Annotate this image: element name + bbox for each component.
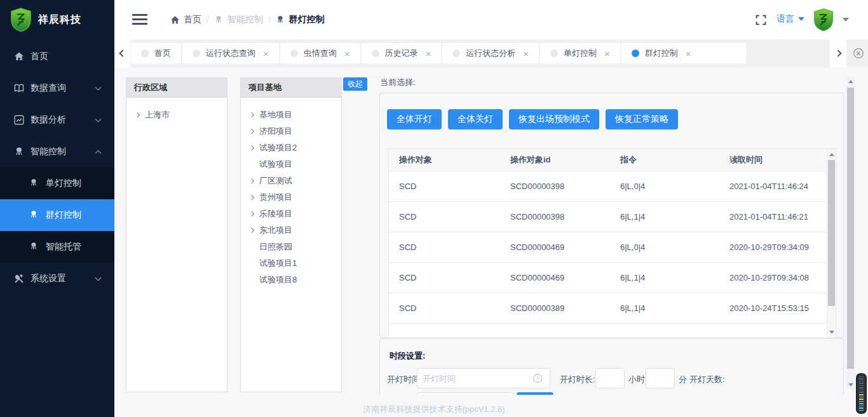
tree-item[interactable]: 试验项目1 bbox=[241, 255, 341, 272]
tabs-scroll-left-button[interactable] bbox=[114, 39, 130, 67]
scroll-down-arrow-icon[interactable] bbox=[846, 380, 855, 390]
restore-normal-strategy-button[interactable]: 恢复正常策略 bbox=[606, 109, 678, 129]
tree-item[interactable]: 东北项目 bbox=[241, 222, 341, 239]
tree-item[interactable]: 厂区测试 bbox=[241, 173, 341, 189]
column-header: 指令 bbox=[610, 154, 719, 166]
table-row: SCD SCD00000389 6|L,1|4 2020-10-24T15:53… bbox=[389, 293, 836, 324]
tab-home[interactable]: 首页 bbox=[131, 43, 181, 63]
duration-hours-input[interactable] bbox=[595, 368, 625, 388]
tree-item-label: 试验项目1 bbox=[259, 258, 297, 269]
tab-close-icon[interactable]: × bbox=[263, 49, 269, 58]
minimap-stripes-yellow bbox=[859, 394, 864, 403]
tree-item[interactable]: 试验项目2 bbox=[241, 140, 341, 156]
sidebar-item-group-light-control[interactable]: 群灯控制 bbox=[0, 199, 114, 231]
tabs-scroll-right-button[interactable] bbox=[830, 39, 846, 67]
sidebar-item-home[interactable]: 首页 bbox=[0, 41, 114, 72]
table-cell: 6|L,0|4 bbox=[610, 242, 719, 252]
table-cell: SCD00000469 bbox=[500, 242, 610, 252]
tab-close-icon[interactable]: × bbox=[604, 49, 610, 58]
chevron-right-icon bbox=[249, 145, 254, 150]
command-log-table: 操作对象 操作对象id 指令 读取时间 SCD SCD00000398 6|L,… bbox=[388, 149, 836, 338]
region-panel-title: 行政区域 bbox=[126, 78, 227, 98]
hamburger-menu-icon[interactable] bbox=[132, 14, 147, 25]
scrollbar-thumb[interactable] bbox=[847, 88, 854, 369]
fullscreen-icon[interactable] bbox=[756, 15, 766, 25]
tab-dot-icon bbox=[290, 50, 298, 57]
browser-scrollbar-minimap[interactable] bbox=[856, 373, 867, 414]
sidebar-item-data-query[interactable]: 数据查询 bbox=[0, 72, 114, 104]
tab-label: 历史记录 bbox=[385, 48, 418, 59]
clock-icon[interactable] bbox=[532, 373, 543, 383]
tab-close-icon[interactable]: × bbox=[426, 49, 431, 58]
duration-minutes-input[interactable] bbox=[646, 368, 675, 388]
scroll-up-arrow-icon[interactable] bbox=[846, 76, 855, 86]
table-scrollbar[interactable] bbox=[827, 149, 836, 337]
all-lights-on-button[interactable]: 全体开灯 bbox=[387, 109, 442, 129]
tab-group-light-control[interactable]: 群灯控制 × bbox=[621, 43, 746, 63]
tree-item[interactable]: 试验项目8 bbox=[241, 272, 341, 288]
scroll-down-arrow-icon[interactable] bbox=[827, 327, 836, 337]
chevron-right-icon bbox=[249, 129, 254, 134]
tab-strip: 首页 运行状态查询 × 虫情查询 × 历史记录 × 运行状态分析 × bbox=[114, 39, 868, 67]
close-all-tabs-icon[interactable] bbox=[853, 48, 864, 59]
tab-run-status-query[interactable]: 运行状态查询 × bbox=[182, 43, 279, 63]
tree-item[interactable]: 试验项目 bbox=[241, 156, 341, 173]
tab-insect-query[interactable]: 虫情查询 × bbox=[280, 43, 360, 63]
on-time-input[interactable] bbox=[417, 368, 550, 388]
table-cell: SCD00000398 bbox=[500, 212, 610, 222]
tab-close-icon[interactable]: × bbox=[344, 49, 350, 58]
tree-item[interactable]: 日照茶园 bbox=[241, 239, 341, 255]
tab-dot-icon bbox=[632, 50, 639, 57]
column-header: 读取时间 bbox=[719, 154, 836, 166]
hours-unit-label: 小时 bbox=[628, 374, 645, 385]
table-row: SCD SCD00000469 6|L,0|4 2020-10-29T09:34… bbox=[389, 232, 836, 263]
all-lights-off-button[interactable]: 全体关灯 bbox=[448, 109, 503, 129]
breadcrumb-home[interactable]: 首页 bbox=[170, 14, 201, 25]
language-selector[interactable]: 语言 bbox=[776, 13, 804, 25]
main-scrollbar[interactable] bbox=[846, 76, 855, 390]
tree-item[interactable]: 贵州项目 bbox=[241, 189, 341, 206]
brand: 祥辰科技 bbox=[0, 0, 114, 39]
tab-single-light-control[interactable]: 单灯控制 × bbox=[540, 43, 620, 63]
sidebar-item-single-light-control[interactable]: 单灯控制 bbox=[0, 168, 114, 199]
tree-item[interactable]: 济阳项目 bbox=[241, 123, 341, 140]
collapse-panels-button[interactable]: 收起 bbox=[343, 77, 367, 91]
sidebar-item-smart-hosting[interactable]: 智能托管 bbox=[0, 231, 114, 263]
project-panel-title: 项目基地 bbox=[241, 78, 341, 98]
user-avatar[interactable] bbox=[812, 8, 835, 31]
table-header-row: 操作对象 操作对象id 指令 读取时间 bbox=[389, 149, 836, 171]
tree-item-shanghai[interactable]: 上海市 bbox=[126, 107, 227, 123]
chevron-right-icon bbox=[135, 112, 140, 117]
sidebar-item-system-settings[interactable]: 系统设置 bbox=[0, 263, 114, 295]
tree-item[interactable]: 基地项目 bbox=[241, 107, 341, 123]
scrollbar-thumb[interactable] bbox=[828, 160, 835, 306]
scroll-up-arrow-icon[interactable] bbox=[827, 149, 836, 159]
table-cell: 2021-01-04T11:46:24 bbox=[719, 182, 836, 191]
tab-label: 虫情查询 bbox=[304, 48, 337, 59]
sidebar-item-data-analysis[interactable]: 数据分析 bbox=[0, 104, 114, 136]
user-menu-caret-icon[interactable] bbox=[843, 18, 849, 22]
restore-factory-preset-button[interactable]: 恢复出场预制模式 bbox=[509, 109, 599, 129]
action-buttons: 全体开灯 全体关灯 恢复出场预制模式 恢复正常策略 bbox=[387, 109, 678, 129]
table-cell: SCD00000469 bbox=[500, 273, 610, 282]
breadcrumb-smart-control[interactable]: 智能控制 bbox=[214, 14, 263, 25]
minutes-unit-label: 分 bbox=[679, 374, 687, 385]
sidebar-item-smart-control[interactable]: 智能控制 bbox=[0, 136, 114, 168]
tree-item[interactable]: 乐陵项目 bbox=[241, 206, 341, 222]
confirm-button-partial[interactable] bbox=[517, 392, 553, 395]
days-input-partial[interactable] bbox=[417, 392, 513, 395]
breadcrumb-separator: / bbox=[268, 15, 271, 25]
tab-history[interactable]: 历史记录 × bbox=[362, 43, 442, 63]
tab-close-icon[interactable]: × bbox=[686, 49, 691, 58]
table-cell: 6|L,1|4 bbox=[610, 212, 719, 222]
tab-run-status-analysis[interactable]: 运行状态分析 × bbox=[442, 43, 539, 63]
chevron-right-icon bbox=[249, 211, 254, 216]
lamp-icon bbox=[14, 147, 24, 157]
time-settings-title: 时段设置: bbox=[390, 350, 425, 362]
tree-item-label: 厂区测试 bbox=[259, 175, 292, 187]
breadcrumb-separator: / bbox=[207, 15, 209, 25]
sidebar-submenu: 单灯控制 群灯控制 智能托管 bbox=[0, 168, 114, 263]
sidebar-item-label: 数据查询 bbox=[31, 83, 96, 94]
tab-close-icon[interactable]: × bbox=[523, 49, 529, 58]
chevron-right-icon bbox=[249, 112, 254, 117]
